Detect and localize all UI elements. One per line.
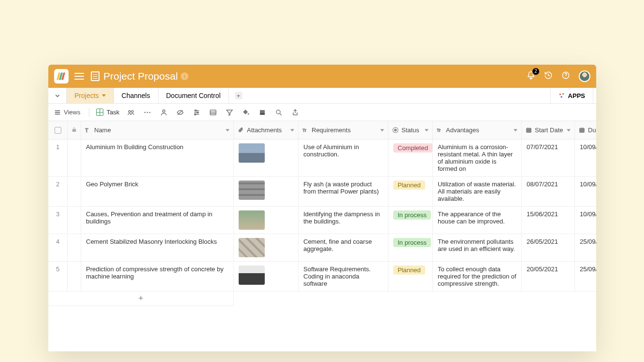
cell-due-date[interactable]: 25/09/2021 [575, 262, 596, 292]
attachment-thumb[interactable] [239, 143, 265, 163]
cell-start-date[interactable]: 15/06/2021 [522, 207, 575, 234]
svg-point-10 [131, 111, 133, 112]
cell-due-date[interactable]: 10/09/2021 [575, 139, 596, 177]
col-checkbox[interactable] [48, 121, 68, 139]
notification-count: 2 [532, 68, 539, 75]
row-number: 5 [48, 262, 68, 292]
search-icon[interactable] [275, 109, 283, 116]
data-grid[interactable]: T Name Attachments Tr Requirements Statu… [48, 121, 596, 351]
cell-status[interactable]: Completed [388, 139, 433, 177]
cell-start-date[interactable]: 07/07/2021 [522, 139, 575, 177]
col-due-date[interactable]: Due Date [575, 121, 596, 139]
cell-name[interactable]: Geo Polymer Brick [81, 177, 234, 207]
cell-advantages[interactable]: The environment pollutants are used in a… [433, 234, 522, 262]
cell-requirements[interactable]: Fly ash (a waste product from thermal Po… [299, 177, 388, 207]
advantages-text: The environment pollutants are used in a… [438, 238, 516, 252]
cell-name[interactable]: Aluminium In Building Construction [81, 139, 234, 177]
cell-attachment[interactable] [234, 207, 299, 234]
cell-start-date[interactable]: 26/05/2021 [522, 234, 575, 262]
cell-requirements[interactable]: Cement, fine and coarse aggregate. [299, 234, 388, 262]
svg-rect-42 [527, 128, 531, 133]
tab-projects[interactable]: Projects [67, 88, 114, 103]
user-avatar[interactable] [579, 70, 590, 82]
col-status[interactable]: Status [388, 121, 433, 139]
titlebar: Project Proposal i 2 [48, 65, 596, 88]
cell-attachment[interactable] [234, 262, 299, 292]
cell-status[interactable]: Planned [388, 262, 433, 292]
cell-requirements[interactable]: Use of Aluminium in construction. [299, 139, 388, 177]
status-badge[interactable]: In process [393, 210, 431, 220]
cell-status[interactable]: In process [388, 234, 433, 262]
cell-requirements[interactable]: Software Requirements. Coding in anacond… [299, 262, 388, 292]
row-lock-cell [68, 234, 81, 262]
row-lock-cell [68, 177, 81, 207]
filter-icon[interactable] [226, 109, 233, 116]
status-badge[interactable]: In process [393, 238, 431, 247]
cell-attachment[interactable] [234, 139, 299, 177]
info-icon[interactable]: i [181, 72, 188, 80]
cell-advantages[interactable]: Aluminium is a corrosion-resistant metal… [433, 139, 522, 177]
svg-marker-33 [226, 129, 229, 131]
cell-requirements[interactable]: Identifying the dampness in the building… [299, 207, 388, 234]
col-attachments[interactable]: Attachments [234, 121, 299, 139]
cell-name[interactable]: Prediction of compressive strength of co… [81, 262, 234, 292]
cell-due-date[interactable]: 10/09/2021 [575, 177, 596, 207]
attachment-thumb[interactable] [239, 181, 265, 200]
paint-icon[interactable] [242, 109, 250, 116]
row-lock-cell [68, 262, 81, 292]
status-badge[interactable]: Completed [393, 143, 432, 153]
cell-due-date[interactable]: 25/09/2021 [575, 234, 596, 262]
export-icon[interactable] [291, 109, 299, 116]
add-row-button[interactable]: + [48, 292, 234, 306]
cell-start-date[interactable]: 08/07/2021 [522, 177, 575, 207]
row-height-icon[interactable] [209, 109, 217, 116]
cell-due-date[interactable]: 10/09/2021 [575, 207, 596, 234]
status-badge[interactable]: Planned [393, 265, 425, 275]
col-start-date[interactable]: Start Date [522, 121, 575, 139]
views-button[interactable]: Views [54, 109, 80, 116]
cell-advantages[interactable]: To collect enough data required for the … [433, 262, 522, 292]
apps-button[interactable]: APPS [551, 88, 593, 103]
share-users-icon[interactable] [127, 109, 135, 116]
cell-status[interactable]: Planned [388, 177, 433, 207]
svg-text:T: T [85, 127, 88, 133]
tab-document-control[interactable]: Document Control [158, 88, 229, 103]
cell-attachment[interactable] [234, 177, 299, 207]
cell-name[interactable]: Cement Stabilized Masonry Interlocking B… [81, 234, 234, 262]
cell-name[interactable]: Causes, Prevention and treatment of damp… [81, 207, 234, 234]
menu-icon[interactable] [74, 73, 84, 80]
cell-status[interactable]: In process [388, 207, 433, 234]
attachment-thumb[interactable] [239, 210, 265, 230]
card-icon[interactable] [258, 109, 266, 116]
cell-advantages[interactable]: The appearance of the house can be impro… [433, 207, 522, 234]
col-advantages[interactable]: Tr Advantages [433, 121, 522, 139]
cell-start-date[interactable]: 20/05/2021 [522, 262, 575, 292]
more-icon[interactable] [143, 109, 151, 116]
add-tab-button[interactable]: + [229, 88, 248, 103]
attachment-thumb[interactable] [239, 265, 265, 285]
app-logo[interactable] [54, 69, 69, 84]
tab-channels[interactable]: Channels [114, 88, 158, 103]
svg-text:Tr: Tr [437, 128, 441, 133]
col-requirements[interactable]: Tr Requirements [299, 121, 388, 139]
svg-line-30 [280, 113, 282, 115]
task-view-chip[interactable]: Task [96, 109, 119, 116]
start-date-text: 20/05/2021 [527, 265, 558, 273]
expand-toggle[interactable] [48, 88, 67, 103]
document-icon [91, 71, 100, 81]
history-icon[interactable] [544, 71, 553, 82]
settings-sliders-icon[interactable] [193, 109, 200, 116]
col-lock [68, 121, 81, 139]
svg-marker-36 [380, 129, 384, 131]
row-number: 1 [48, 139, 68, 177]
cell-advantages[interactable]: Utilization of waste material. All mater… [433, 177, 522, 207]
help-icon[interactable] [561, 71, 570, 82]
status-badge[interactable]: Planned [393, 181, 425, 190]
visibility-icon[interactable] [176, 109, 184, 116]
cell-attachment[interactable] [234, 234, 299, 262]
attachment-thumb[interactable] [239, 238, 265, 257]
col-name[interactable]: T Name [81, 121, 234, 139]
notifications-button[interactable]: 2 [527, 71, 535, 82]
people-icon[interactable] [160, 109, 168, 116]
due-date-text: 10/09/2021 [580, 181, 596, 188]
